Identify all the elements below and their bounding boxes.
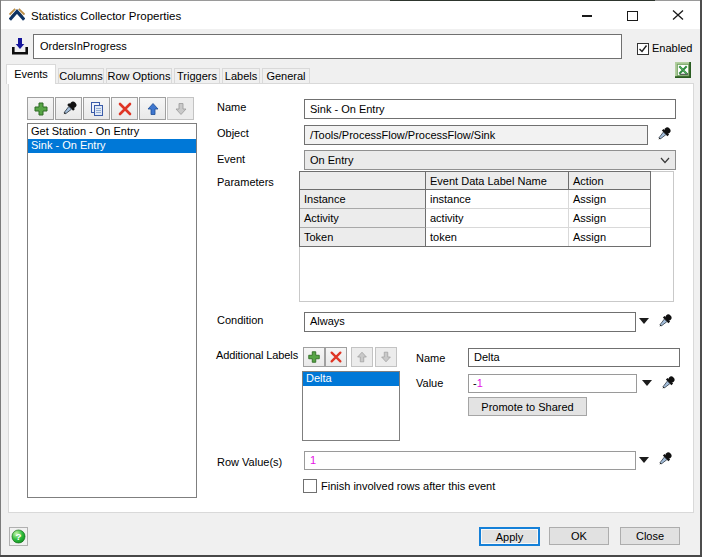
svg-text:?: ? — [15, 531, 21, 542]
